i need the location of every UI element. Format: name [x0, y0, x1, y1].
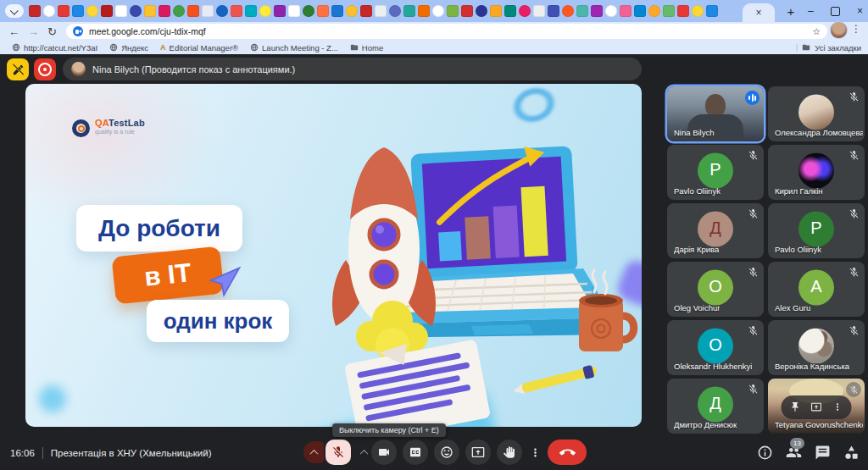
tab-favicon[interactable]: [634, 5, 646, 17]
tab-close-icon[interactable]: ×: [755, 7, 761, 19]
window-close-button[interactable]: ×: [857, 5, 863, 17]
slide-headline-1: До роботи: [76, 205, 242, 252]
tab-favicon[interactable]: [389, 5, 401, 17]
bookmark-star-icon[interactable]: ☆: [812, 26, 821, 37]
forward-button[interactable]: →: [28, 25, 39, 38]
tab-favicon[interactable]: [620, 5, 632, 17]
recording-button[interactable]: [34, 58, 56, 80]
new-tab-button[interactable]: +: [782, 2, 800, 20]
tab-favicon[interactable]: [576, 5, 588, 17]
tab-favicon[interactable]: [605, 5, 617, 17]
tab-favicon[interactable]: [303, 5, 314, 17]
participant-tile[interactable]: Олександра Ломовцева: [768, 86, 865, 141]
reactions-button[interactable]: [434, 440, 459, 465]
raise-hand-button[interactable]: [497, 440, 522, 465]
tab-favicon[interactable]: [187, 5, 199, 17]
tab-favicon[interactable]: [115, 5, 127, 17]
tab-favicon[interactable]: [317, 5, 329, 17]
participants-button[interactable]: 13: [786, 445, 802, 461]
camera-options-button[interactable]: [357, 441, 370, 463]
bookmark-item[interactable]: AEditorial Manager®: [160, 43, 238, 53]
tab-favicon[interactable]: [432, 5, 444, 17]
bookmark-item[interactable]: Яндекс: [109, 43, 148, 53]
tab-search-button[interactable]: [5, 4, 24, 18]
window-maximize-button[interactable]: [831, 7, 840, 16]
url-bar[interactable]: meet.google.com/cju-tdix-mqf ☆: [66, 24, 827, 39]
tab-favicon[interactable]: [706, 5, 718, 17]
tab-favicon[interactable]: [216, 5, 228, 17]
tab-favicon[interactable]: [72, 5, 84, 17]
tab-favicon[interactable]: [101, 5, 113, 17]
tab-favicon[interactable]: [130, 5, 142, 17]
tab-favicon[interactable]: [144, 5, 156, 17]
participant-tile[interactable]: Кирил Галкін: [768, 145, 865, 200]
tab-favicon[interactable]: [591, 5, 603, 17]
participant-tile[interactable]: AAlex Guru: [768, 262, 865, 317]
tab-favicon[interactable]: [29, 5, 41, 17]
all-bookmarks[interactable]: | Усі закладки: [796, 43, 861, 53]
captions-button[interactable]: [403, 440, 428, 465]
tab-favicon[interactable]: [533, 5, 545, 17]
tab-favicon[interactable]: [461, 5, 473, 17]
end-call-button[interactable]: [548, 440, 587, 465]
participant-tile[interactable]: ДДмитро Денисюк: [667, 379, 764, 434]
meeting-details-button[interactable]: [757, 445, 773, 461]
tab-favicon[interactable]: [418, 5, 430, 17]
camera-button[interactable]: [371, 440, 397, 465]
mic-options-button[interactable]: [303, 441, 324, 463]
presentation-stage[interactable]: QATestLab quality is a rule До роботи в …: [25, 84, 642, 427]
active-tab[interactable]: ×: [743, 3, 775, 22]
tab-favicon[interactable]: [692, 5, 704, 17]
participant-tile[interactable]: PPavlo Oliinyk: [768, 203, 865, 258]
tab-favicon[interactable]: [375, 5, 387, 17]
tab-favicon[interactable]: [562, 5, 574, 17]
mic-muted-button[interactable]: [326, 440, 351, 465]
tab-favicon[interactable]: [548, 5, 559, 17]
tab-favicon[interactable]: [43, 5, 55, 17]
tab-favicon[interactable]: [259, 5, 271, 17]
tab-favicon[interactable]: [58, 5, 70, 17]
tab-favicon[interactable]: [86, 5, 98, 17]
tab-favicon[interactable]: [231, 5, 242, 17]
tab-favicon[interactable]: [173, 5, 185, 17]
tab-favicon[interactable]: [274, 5, 286, 17]
tab-favicon[interactable]: [677, 5, 689, 17]
tab-favicon[interactable]: [202, 5, 214, 17]
participant-tile[interactable]: Nina Bilych: [667, 86, 764, 141]
chat-button[interactable]: [815, 445, 831, 461]
tab-favicon[interactable]: [403, 5, 415, 17]
tile-hover-controls[interactable]: [782, 395, 852, 419]
annotations-button[interactable]: [7, 58, 29, 80]
reload-button[interactable]: ↻: [47, 25, 57, 38]
presenter-status-pill[interactable]: Nina Bilych (Проводится показ с аннотаци…: [63, 58, 642, 80]
activities-button[interactable]: [843, 445, 860, 461]
bookmark-item[interactable]: Home: [350, 43, 383, 53]
tab-favicon[interactable]: [245, 5, 257, 17]
tab-favicon[interactable]: [519, 5, 531, 17]
participant-tile[interactable]: Tetyana Govorushchenko: [768, 379, 865, 434]
tab-favicon[interactable]: [504, 5, 516, 17]
present-button[interactable]: [465, 440, 491, 465]
back-button[interactable]: ←: [8, 25, 19, 38]
participant-tile[interactable]: OOleg Voichur: [667, 262, 764, 317]
tab-favicon[interactable]: [663, 5, 675, 17]
participant-tile[interactable]: ДДарія Крива: [667, 203, 764, 258]
participant-tile[interactable]: OOleksandr Hlukhenkyi: [667, 320, 764, 375]
tab-favicon[interactable]: [476, 5, 487, 17]
participant-tile[interactable]: Вероніка Кадинська: [768, 320, 865, 375]
tab-favicon[interactable]: [288, 5, 300, 17]
browser-menu-icon[interactable]: ⋮: [851, 23, 861, 35]
window-minimize-button[interactable]: –: [808, 5, 814, 17]
tab-favicon[interactable]: [447, 5, 459, 17]
participant-tile[interactable]: PPavlo Oliinyk: [667, 145, 764, 200]
tab-favicon[interactable]: [346, 5, 358, 17]
bookmark-item[interactable]: Launch Meeting - Z...: [250, 43, 338, 53]
tab-favicon[interactable]: [360, 5, 372, 17]
tab-favicon[interactable]: [490, 5, 502, 17]
tab-favicon[interactable]: [159, 5, 170, 17]
tab-favicon[interactable]: [331, 5, 343, 17]
bookmark-item[interactable]: http://catcut.net/Y3aI: [12, 43, 97, 53]
profile-avatar[interactable]: [830, 21, 848, 39]
more-options-button[interactable]: [528, 440, 542, 465]
tab-favicon[interactable]: [648, 5, 660, 17]
